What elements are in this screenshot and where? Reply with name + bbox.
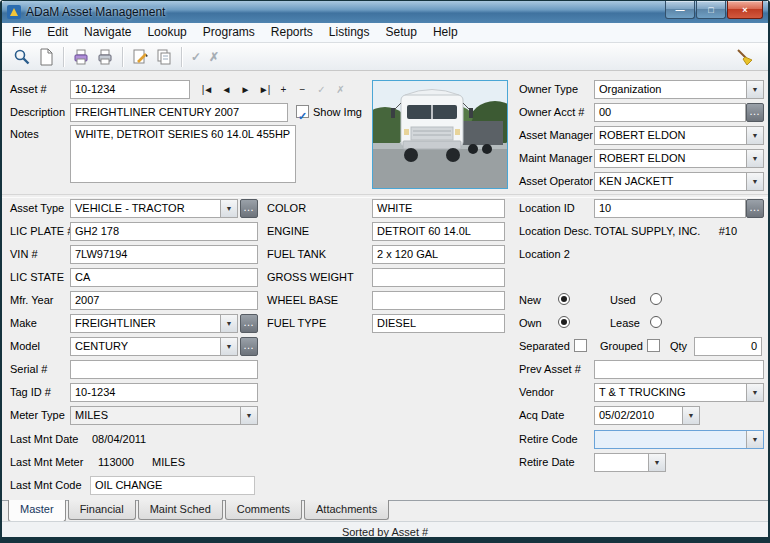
asset-number-field[interactable]: 10-1234 bbox=[70, 80, 190, 99]
fuel-tank-label: FUEL TANK bbox=[267, 248, 326, 260]
post-edit-button[interactable]: ✓ bbox=[187, 46, 205, 68]
qty-field[interactable]: 0 bbox=[694, 337, 762, 356]
menu-item-file[interactable]: File bbox=[4, 23, 39, 42]
chevron-down-icon[interactable] bbox=[746, 431, 763, 448]
separated-checkbox[interactable] bbox=[574, 339, 587, 352]
show-img-checkbox[interactable] bbox=[296, 105, 309, 118]
edit-record-button[interactable] bbox=[128, 45, 152, 69]
menu-item-lookup[interactable]: Lookup bbox=[139, 23, 194, 42]
chevron-down-icon[interactable] bbox=[220, 200, 237, 217]
insert-record-button[interactable]: + bbox=[274, 80, 292, 99]
owner-type-combo[interactable]: Organization bbox=[594, 80, 764, 99]
cancel-edit-nav-button[interactable]: ✗ bbox=[331, 80, 349, 99]
model-lookup-button[interactable] bbox=[240, 337, 258, 356]
asset-type-combo[interactable]: VEHICLE - TRACTOR bbox=[70, 199, 238, 218]
close-button[interactable]: × bbox=[727, 1, 763, 19]
retire-date-picker[interactable] bbox=[594, 453, 666, 472]
title-bar[interactable]: ADaM Asset Management — □ × bbox=[2, 1, 768, 23]
menu-item-programs[interactable]: Programs bbox=[195, 23, 263, 42]
acq-date-label: Acq Date bbox=[519, 409, 564, 421]
cancel-edit-button[interactable]: ✗ bbox=[205, 46, 223, 68]
last-record-button[interactable]: ►| bbox=[255, 80, 273, 99]
chevron-down-icon[interactable] bbox=[220, 315, 237, 332]
prev-record-button[interactable]: ◄ bbox=[217, 80, 235, 99]
tab-master[interactable]: Master bbox=[8, 500, 66, 522]
copy-record-button[interactable] bbox=[152, 45, 176, 69]
acq-date-picker[interactable]: 05/02/2010 bbox=[594, 406, 700, 425]
condition-new-radio[interactable] bbox=[558, 293, 570, 305]
minimize-button[interactable]: — bbox=[665, 1, 695, 19]
engine-field[interactable]: DETROIT 60 14.0L bbox=[372, 222, 505, 241]
lic-plate-field[interactable]: GH2 178 bbox=[70, 222, 258, 241]
vendor-combo[interactable]: T & T TRUCKING bbox=[594, 383, 764, 402]
wheel-base-field[interactable] bbox=[372, 291, 505, 310]
ownership-own-label: Own bbox=[519, 317, 542, 329]
tab-attachments[interactable]: Attachments bbox=[304, 500, 389, 520]
delete-record-button[interactable]: − bbox=[293, 80, 311, 99]
next-record-button[interactable]: ► bbox=[236, 80, 254, 99]
mfr-year-field[interactable]: 2007 bbox=[70, 291, 258, 310]
lic-state-field[interactable]: CA bbox=[70, 268, 258, 287]
chevron-down-icon[interactable] bbox=[746, 173, 763, 190]
owner-acct-lookup-button[interactable] bbox=[746, 103, 764, 122]
location-lookup-button[interactable] bbox=[746, 199, 764, 218]
chevron-down-icon[interactable] bbox=[240, 407, 257, 424]
grouped-checkbox[interactable] bbox=[647, 339, 660, 352]
menu-item-setup[interactable]: Setup bbox=[378, 23, 425, 42]
condition-used-radio[interactable] bbox=[650, 293, 662, 305]
lic-state-label: LIC STATE bbox=[10, 271, 64, 283]
chevron-down-icon[interactable] bbox=[746, 384, 763, 401]
menu-item-listings[interactable]: Listings bbox=[321, 23, 378, 42]
print-preview-button[interactable] bbox=[69, 45, 93, 69]
retire-code-combo[interactable] bbox=[594, 430, 764, 449]
first-record-button[interactable]: |◄ bbox=[198, 80, 216, 99]
chevron-down-icon[interactable] bbox=[746, 150, 763, 167]
post-edit-nav-button[interactable]: ✓ bbox=[312, 80, 330, 99]
color-field[interactable]: WHITE bbox=[372, 199, 505, 218]
vin-field[interactable]: 7LW97194 bbox=[70, 245, 258, 264]
last-mnt-code-field[interactable]: OIL CHANGE bbox=[90, 476, 255, 495]
menu-item-reports[interactable]: Reports bbox=[263, 23, 321, 42]
asset-manager-combo[interactable]: ROBERT ELDON bbox=[594, 126, 764, 145]
make-lookup-button[interactable] bbox=[240, 314, 258, 333]
search-button[interactable] bbox=[10, 45, 34, 69]
asset-operator-combo[interactable]: KEN JACKETT bbox=[594, 172, 764, 191]
menu-item-help[interactable]: Help bbox=[425, 23, 466, 42]
maximize-button[interactable]: □ bbox=[696, 1, 726, 19]
toolbar-separator bbox=[122, 47, 123, 67]
meter-type-combo[interactable]: MILES bbox=[70, 406, 258, 425]
clear-form-button[interactable] bbox=[732, 45, 756, 69]
tab-financial[interactable]: Financial bbox=[68, 500, 136, 520]
fuel-type-field[interactable]: DIESEL bbox=[372, 314, 505, 333]
ownership-own-radio[interactable] bbox=[558, 316, 570, 328]
chevron-down-icon[interactable] bbox=[746, 81, 763, 98]
model-combo[interactable]: CENTURY bbox=[70, 337, 238, 356]
owner-acct-field[interactable]: 00 bbox=[594, 103, 746, 122]
print-icon bbox=[96, 48, 114, 66]
tab-comments[interactable]: Comments bbox=[225, 500, 302, 520]
location-id-field[interactable]: 10 bbox=[594, 199, 746, 218]
fuel-tank-field[interactable]: 2 x 120 GAL bbox=[372, 245, 505, 264]
notes-field[interactable]: WHITE, DETROIT SERIES 60 14.0L 455HP bbox=[70, 125, 296, 183]
make-combo[interactable]: FREIGHTLINER bbox=[70, 314, 238, 333]
tab-maint-sched[interactable]: Maint Sched bbox=[138, 500, 223, 520]
menu-item-navigate[interactable]: Navigate bbox=[76, 23, 139, 42]
chevron-down-icon[interactable] bbox=[682, 407, 699, 424]
gross-weight-field[interactable] bbox=[372, 268, 505, 287]
ownership-lease-radio[interactable] bbox=[650, 316, 662, 328]
print-button[interactable] bbox=[93, 45, 117, 69]
asset-photo[interactable] bbox=[372, 80, 508, 189]
chevron-down-icon[interactable] bbox=[648, 454, 665, 471]
description-field[interactable]: FREIGHTLINER CENTURY 2007 bbox=[70, 103, 288, 122]
prev-asset-field[interactable] bbox=[594, 360, 764, 379]
chevron-down-icon[interactable] bbox=[746, 127, 763, 144]
menu-item-edit[interactable]: Edit bbox=[39, 23, 76, 42]
chevron-down-icon[interactable] bbox=[220, 338, 237, 355]
maint-manager-combo[interactable]: ROBERT ELDON bbox=[594, 149, 764, 168]
gross-weight-label: GROSS WEIGHT bbox=[267, 271, 354, 283]
retire-code-label: Retire Code bbox=[519, 433, 578, 445]
new-document-button[interactable] bbox=[34, 45, 58, 69]
asset-type-lookup-button[interactable] bbox=[240, 199, 258, 218]
tag-id-field[interactable]: 10-1234 bbox=[70, 383, 258, 402]
serial-field[interactable] bbox=[70, 360, 258, 379]
